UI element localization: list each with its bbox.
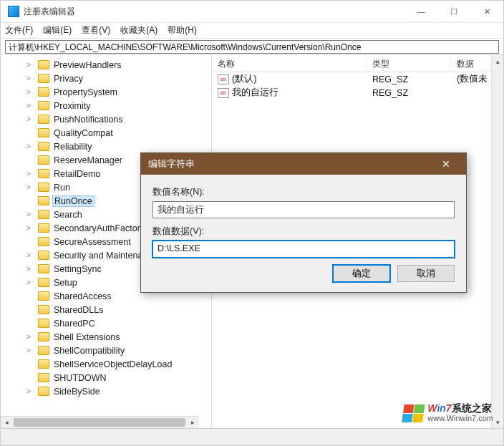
folder-icon	[38, 74, 49, 83]
scroll-thumb[interactable]	[14, 418, 185, 427]
tree-item-label: Reliability	[52, 142, 94, 152]
tree-item-label: Privacy	[52, 74, 84, 84]
folder-icon	[38, 237, 49, 246]
tree-item-label: Run	[52, 183, 72, 193]
folder-icon	[38, 115, 49, 124]
string-value-icon: ab	[218, 74, 229, 84]
tree-item[interactable]: >SideBySide	[1, 384, 211, 398]
folder-icon	[38, 291, 49, 301]
folder-icon	[38, 387, 49, 396]
tree-item-label: QualityCompat	[52, 128, 115, 138]
tree-item[interactable]: >ShellCompatibility	[1, 344, 211, 357]
tree-item-label: SideBySide	[52, 387, 102, 397]
windows-logo-icon	[402, 404, 425, 422]
tree-item[interactable]: >Reliability	[1, 140, 211, 153]
watermark-url: www.Winwin7.com	[427, 414, 493, 422]
minimize-button[interactable]: —	[404, 1, 437, 22]
folder-icon	[38, 169, 49, 178]
tree-item[interactable]: SharedDLLs	[1, 303, 211, 316]
scroll-down-icon[interactable]: ▾	[492, 416, 503, 428]
window-title: 注册表编辑器	[24, 6, 404, 18]
menu-view[interactable]: 查看(V)	[82, 24, 110, 37]
col-type[interactable]: 类型	[367, 55, 451, 72]
value-name: 我的自运行	[232, 87, 278, 99]
tree-item-label: SecondaryAuthFactor	[52, 223, 142, 233]
tree-item[interactable]: >Proximity	[1, 99, 211, 112]
dialog-title-bar[interactable]: 编辑字符串 ✕	[141, 153, 466, 175]
menu-favorites[interactable]: 收藏夹(A)	[120, 24, 158, 37]
cancel-button[interactable]: 取消	[397, 265, 455, 282]
tree-item[interactable]: ShellServiceObjectDelayLoad	[1, 357, 211, 371]
tree-item[interactable]: >PreviewHandlers	[1, 58, 211, 72]
tree-horizontal-scrollbar[interactable]: ◂ ▸	[1, 416, 199, 428]
col-name[interactable]: 名称	[212, 55, 367, 72]
tree-item-label: Proximity	[52, 101, 92, 111]
values-vertical-scrollbar[interactable]: ▴ ▾	[491, 55, 503, 428]
folder-icon	[38, 101, 49, 110]
tree-item[interactable]: SharedPC	[1, 316, 211, 330]
tree-item[interactable]: >Shell Extensions	[1, 330, 211, 344]
folder-icon	[38, 196, 49, 205]
value-type: REG_SZ	[367, 74, 451, 84]
app-icon	[8, 6, 19, 17]
folder-icon	[38, 319, 49, 328]
folder-icon	[38, 155, 49, 165]
tree-item-label: PropertySystem	[52, 87, 119, 97]
folder-icon	[38, 346, 49, 355]
folder-icon	[38, 60, 49, 69]
menu-help[interactable]: 帮助(H)	[168, 24, 197, 37]
value-name-field[interactable]: 我的自运行	[152, 201, 455, 218]
tree-item-label: Setup	[52, 278, 79, 288]
folder-icon	[38, 264, 49, 273]
value-type: REG_SZ	[367, 88, 451, 98]
value-row[interactable]: ab我的自运行REG_SZ	[212, 86, 503, 100]
folder-icon	[38, 210, 49, 219]
tree-item-label: RunOnce	[52, 195, 94, 207]
tree-item[interactable]: >Privacy	[1, 72, 211, 85]
tree-item-label: PreviewHandlers	[52, 60, 122, 70]
menu-edit[interactable]: 编辑(E)	[43, 24, 72, 37]
dialog-title: 编辑字符串	[148, 158, 195, 170]
values-rows: ab(默认)REG_SZ(数值未ab我的自运行REG_SZ	[212, 72, 503, 100]
tree-item-label: SecureAssessment	[52, 237, 132, 247]
watermark: Win7系统之家 www.Winwin7.com	[402, 403, 493, 422]
tree-item-label: ShellCompatibility	[52, 346, 126, 356]
address-input[interactable]: 计算机\HKEY_LOCAL_MACHINE\SOFTWARE\Microsof…	[5, 40, 499, 54]
tree-item[interactable]: SHUTDOWN	[1, 371, 211, 384]
folder-icon	[38, 373, 49, 382]
scroll-right-icon[interactable]: ▸	[187, 417, 199, 428]
address-bar: 计算机\HKEY_LOCAL_MACHINE\SOFTWARE\Microsof…	[1, 39, 503, 54]
tree-item[interactable]: >PropertySystem	[1, 85, 211, 99]
folder-icon	[38, 359, 49, 369]
close-button[interactable]: ✕	[470, 1, 503, 22]
string-value-icon: ab	[218, 88, 229, 98]
tree-item-label: SHUTDOWN	[52, 373, 108, 383]
watermark-brand: Win7系统之家	[427, 403, 493, 414]
scroll-left-icon[interactable]: ◂	[1, 417, 13, 428]
ok-button[interactable]: 确定	[333, 265, 390, 282]
value-row[interactable]: ab(默认)REG_SZ(数值未	[212, 72, 503, 86]
folder-icon	[38, 87, 49, 97]
tree-item[interactable]: >PushNotifications	[1, 112, 211, 126]
tree-item-label: SharedPC	[52, 319, 97, 329]
value-name-label: 数值名称(N):	[152, 186, 455, 198]
dialog-close-button[interactable]: ✕	[433, 155, 459, 173]
tree-item[interactable]: QualityCompat	[1, 126, 211, 140]
maximize-button[interactable]: ☐	[437, 1, 470, 22]
value-data-field[interactable]: D:\LS.EXE	[152, 241, 455, 258]
values-header: 名称 类型 数据	[212, 55, 503, 72]
folder-icon	[38, 305, 49, 314]
tree-item-label: SharedAccess	[52, 291, 113, 301]
status-bar	[1, 428, 503, 445]
tree-item-label: Search	[52, 210, 84, 220]
folder-icon	[38, 332, 49, 341]
scroll-up-icon[interactable]: ▴	[492, 55, 503, 67]
menu-file[interactable]: 文件(F)	[5, 24, 33, 37]
tree-item-label: RetailDemo	[52, 169, 102, 179]
dialog-body: 数值名称(N): 我的自运行 数值数据(V): D:\LS.EXE 确定 取消	[141, 175, 466, 292]
window-controls: — ☐ ✕	[404, 1, 503, 22]
menu-bar: 文件(F) 编辑(E) 查看(V) 收藏夹(A) 帮助(H)	[1, 23, 503, 39]
edit-string-dialog: 编辑字符串 ✕ 数值名称(N): 我的自运行 数值数据(V): D:\LS.EX…	[140, 152, 467, 293]
folder-icon	[38, 278, 49, 287]
tree-item-label: SettingSync	[52, 264, 103, 274]
